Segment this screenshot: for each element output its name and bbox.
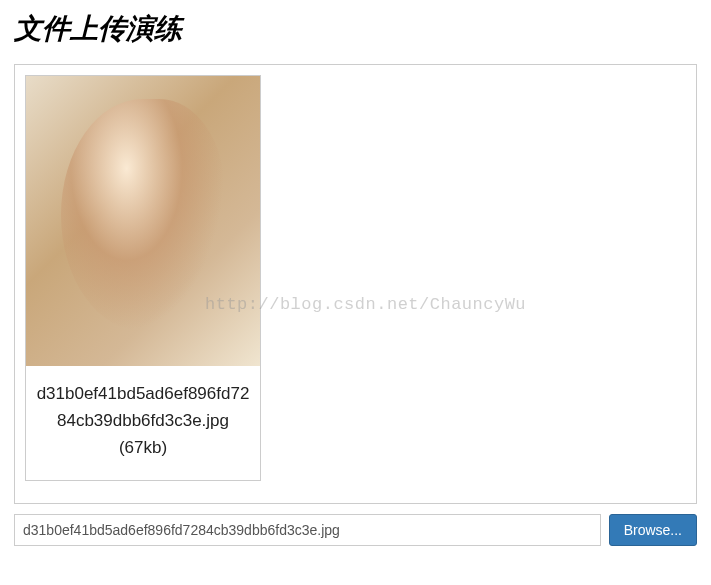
file-path-display[interactable] (14, 514, 601, 546)
preview-panel: d31b0ef41bd5ad6ef896fd7284cb39dbb6fd3c3e… (14, 64, 697, 504)
browse-button[interactable]: Browse... (609, 514, 697, 546)
thumbnail-filesize: (67kb) (119, 438, 167, 457)
thumbnail-filename: d31b0ef41bd5ad6ef896fd7284cb39dbb6fd3c3e… (37, 384, 250, 430)
thumbnail-card: d31b0ef41bd5ad6ef896fd7284cb39dbb6fd3c3e… (25, 75, 261, 481)
page-title: 文件上传演练 (14, 10, 697, 48)
thumbnail-caption: d31b0ef41bd5ad6ef896fd7284cb39dbb6fd3c3e… (26, 366, 260, 480)
thumbnail-image (26, 76, 260, 366)
file-input-row: Browse... (14, 514, 697, 546)
